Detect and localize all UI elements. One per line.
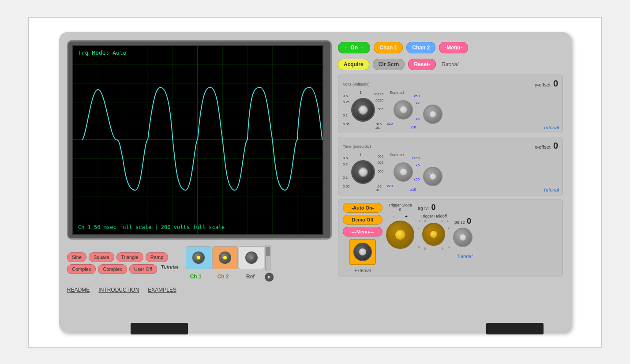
volts-section: Volts (volts/div) y-offset 0 1 0.5 0.25 …: [338, 75, 563, 133]
clr-scrn-button[interactable]: Clr Scrn: [373, 59, 405, 70]
trigger-menu-button[interactable]: ---Menu---: [343, 227, 382, 236]
volts-scale-x10: x10: [410, 125, 416, 129]
volts-lbl-01: 0.1: [343, 113, 348, 117]
ramp-button[interactable]: Ramp: [146, 252, 168, 262]
trigger-slope-knob[interactable]: [386, 221, 414, 249]
time-lbl-05: 0.5: [343, 156, 348, 160]
chan1-button[interactable]: Chan 1: [374, 42, 403, 53]
screen-status: Ch 1 50 msec full scale | 200 volts full…: [78, 224, 225, 230]
holdoff-9: 9: [424, 219, 426, 222]
time-title: Time (msec/div): [343, 144, 371, 149]
volts-main-knob[interactable]: [351, 98, 375, 122]
readme-link[interactable]: README: [67, 287, 90, 293]
examples-link[interactable]: EXAMPLES: [148, 287, 176, 293]
volts-scale-knob-inner: [400, 106, 407, 113]
user-off-button[interactable]: User Off: [129, 264, 157, 274]
time-scale-x100: x100: [412, 156, 420, 160]
demo-off-button[interactable]: Demo Off: [343, 215, 382, 225]
volts-titles: Volts (volts/div): [343, 79, 370, 87]
holdoff-1: 1: [447, 219, 449, 222]
thumbnail-scrollbar[interactable]: [265, 245, 270, 270]
volts-title: Volts (volts/div): [343, 82, 370, 86]
time-scale-x10: x10: [410, 188, 416, 191]
second-buttons-row: Acquire Clr Scrn Reset- Tutorial: [338, 58, 563, 71]
volts-knob-container: 1 0.5 0.25 0.1 0.05 .00125 .0025 .005 .0…: [343, 90, 383, 129]
trg-lvl-header: trg-lvl 0: [418, 203, 472, 212]
external-knob-inner: [359, 248, 366, 255]
complex2-button[interactable]: Complex: [98, 264, 127, 274]
auto-on-button[interactable]: -Auto On-: [343, 203, 382, 213]
ch1-knob-dot: [197, 256, 200, 259]
volts-lbl-005: 0.05: [343, 122, 350, 126]
volts-lbl-01r: .01: [375, 126, 380, 130]
slope-title-group: Trigger Slope 0: [388, 203, 412, 212]
waveform-tutorial-label: Tutorial: [161, 264, 178, 274]
x-offset-value: 0: [553, 141, 558, 151]
channel-thumbnails: Ch 1 Ch 2 Ref n: [183, 245, 274, 281]
ch2-thumbnail[interactable]: [212, 246, 238, 269]
time-tutorial[interactable]: Tutorial: [543, 187, 559, 192]
ch2-knob-dot: [223, 256, 227, 259]
holdoff-3: 3: [448, 245, 450, 248]
ref-knob: [245, 251, 258, 264]
reset-button[interactable]: Reset-: [408, 59, 436, 70]
chan2-button[interactable]: Chan 2: [406, 42, 435, 53]
holdoff-knob-group: Trigger Holdoff 9 8 7 6 5 4 3 2: [418, 214, 450, 250]
ch2-label: Ch 2: [210, 274, 236, 281]
time-main-knob[interactable]: [351, 160, 375, 184]
ch2-knob: [219, 251, 231, 264]
volts-lbl-005r: .005: [376, 107, 383, 111]
triangle-button[interactable]: Triangle: [116, 252, 143, 262]
complex1-button[interactable]: Complex: [67, 264, 96, 274]
x-offset-knob[interactable]: [423, 167, 442, 186]
time-lbl-005: 0.05: [343, 184, 350, 188]
trigger-tutorial[interactable]: Tutorial: [457, 254, 472, 259]
pulse-knob[interactable]: [453, 228, 472, 247]
trigger-slope-value: 0: [399, 207, 401, 212]
x-offset-knob-inner: [429, 173, 436, 180]
y-offset-knob[interactable]: [423, 105, 442, 124]
left-panel: Trg Mode: Auto Ch 1 50 msec full scale |…: [67, 40, 332, 324]
volts-scale-knob[interactable]: [394, 100, 413, 120]
y-offset-knob-inner: [429, 111, 436, 118]
time-scale-knob[interactable]: [394, 162, 413, 182]
minus-label: -: [393, 214, 394, 219]
on-button[interactable]: ← On →: [338, 42, 370, 53]
holdoff-knob-inner: [429, 230, 438, 239]
trg-lvl-label: trg-lvl: [418, 206, 428, 211]
waveform-buttons: Sine Square Triangle Ramp Complex Comple…: [67, 252, 178, 274]
trigger-right-controls: trg-lvl 0 Trigger Holdoff 9 8 7 6: [418, 203, 472, 259]
external-label: External: [355, 268, 371, 273]
external-button[interactable]: [349, 239, 376, 265]
time-lbl-001: .001: [376, 154, 383, 158]
volts-tutorial[interactable]: Tutorial: [543, 125, 559, 130]
ch1-label: Ch 1: [183, 274, 209, 281]
bottom-nav: README INTRODUCTION EXAMPLES: [67, 285, 332, 295]
sine-button[interactable]: Sine: [67, 252, 86, 262]
thumbnail-row: [186, 245, 270, 270]
y-offset-value: 0: [553, 79, 558, 89]
ref-thumbnail[interactable]: [239, 246, 264, 269]
time-lbl-02: 0.2: [343, 162, 348, 166]
top-buttons-row: ← On → Chan 1 Chan 2 -Menu-: [338, 40, 563, 55]
volts-scale-container: Scale x1 x50 x2 x5 x20 x10: [386, 90, 420, 129]
time-header: Time (msec/div) x-offset 0: [343, 141, 558, 151]
menu-button[interactable]: -Menu-: [439, 42, 468, 53]
holdoff-4: 4: [442, 247, 443, 250]
acquire-button[interactable]: Acquire: [338, 59, 369, 70]
time-lbl-005r: .005: [376, 169, 383, 173]
channel-labels-row: Ch 1 Ch 2 Ref n: [183, 273, 274, 281]
introduction-link[interactable]: INTRODUCTION: [98, 287, 139, 293]
time-scale-value: x1: [400, 153, 405, 157]
holdoff-6: 6: [418, 245, 420, 248]
holdoff-knob[interactable]: [422, 223, 445, 246]
square-button[interactable]: Square: [89, 252, 114, 262]
ch1-thumbnail[interactable]: [186, 246, 211, 269]
x-offset-knob-group: [423, 158, 442, 186]
holdoff-7: 7: [418, 226, 420, 229]
neg-button[interactable]: n: [265, 273, 274, 281]
ref-label: Ref: [237, 274, 264, 281]
external-knob: [353, 243, 372, 261]
trg-mode-label: Trg Mode: Auto: [78, 49, 127, 56]
volts-scale-x50: x50: [414, 94, 420, 98]
